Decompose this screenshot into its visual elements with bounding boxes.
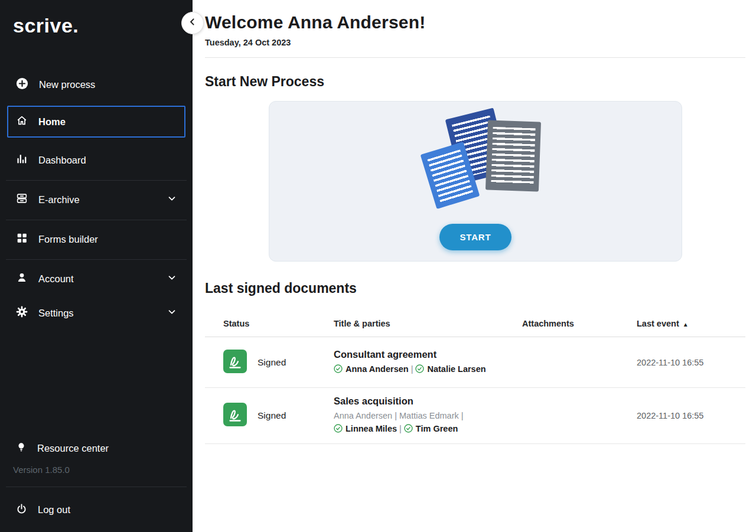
sort-ascending-icon: ▲ xyxy=(683,321,689,328)
archive-icon xyxy=(15,192,28,207)
divider xyxy=(205,57,745,58)
row-title: Consultant agreement xyxy=(334,349,522,360)
gear-icon xyxy=(15,305,28,321)
title-parties-cell: Consultant agreement Anna Andersen | Nat… xyxy=(334,349,522,376)
signed-badge-icon xyxy=(223,350,247,376)
chevron-down-icon xyxy=(167,306,177,319)
sidebar-item-account[interactable]: Account xyxy=(0,263,193,294)
sidebar-item-label: Account xyxy=(38,273,74,285)
sidebar-item-home[interactable]: Home xyxy=(7,106,185,138)
row-status-label: Signed xyxy=(258,410,286,421)
scrive-logo[interactable]: scrive. xyxy=(13,14,193,37)
row-parties: Anna Andersen | Mattias Edmark | Linnea … xyxy=(334,409,498,436)
sidebar-item-dashboard[interactable]: Dashboard xyxy=(0,145,193,175)
party-separator: | xyxy=(397,424,404,433)
row-last-event: 2022-11-10 16:55 xyxy=(637,358,734,367)
title-parties-cell: Sales acquisition Anna Andersen | Mattia… xyxy=(334,396,522,436)
row-title: Sales acquisition xyxy=(334,396,522,407)
chevron-down-icon xyxy=(167,193,177,206)
sidebar-item-label: Forms builder xyxy=(38,234,98,245)
party-separator: | xyxy=(392,411,399,420)
sidebar-item-forms-builder[interactable]: Forms builder xyxy=(0,224,193,254)
start-button[interactable]: START xyxy=(439,224,511,250)
table-row[interactable]: Signed Sales acquisition Anna Andersen |… xyxy=(205,388,745,444)
bar-chart-icon xyxy=(15,152,28,168)
sidebar-item-logout[interactable]: Log out xyxy=(0,494,193,525)
sidebar-item-e-archive[interactable]: E-archive xyxy=(0,184,193,215)
collapse-sidebar-button[interactable] xyxy=(181,12,204,34)
signed-badge-icon xyxy=(223,403,247,429)
column-header-attachments: Attachments xyxy=(522,319,637,328)
document-shape-gray xyxy=(485,120,541,191)
power-icon xyxy=(15,502,28,517)
divider xyxy=(6,487,187,487)
grid-icon xyxy=(15,231,28,247)
column-header-status: Status xyxy=(223,319,334,328)
sidebar: scrive. New process Home Dashboard xyxy=(0,0,193,532)
party-name: Tim Green xyxy=(404,424,458,433)
row-parties: Anna Andersen | Natalie Larsen xyxy=(334,363,498,376)
check-circle-icon xyxy=(334,364,343,373)
chevron-down-icon xyxy=(167,272,177,285)
person-icon xyxy=(15,271,28,286)
sidebar-item-label: Settings xyxy=(38,308,74,319)
divider xyxy=(6,220,187,220)
chevron-left-icon xyxy=(187,16,198,30)
party-separator: | xyxy=(409,364,416,374)
documents-illustration xyxy=(402,113,549,211)
sidebar-item-new-process[interactable]: New process xyxy=(0,69,193,100)
check-circle-icon xyxy=(334,424,343,433)
status-cell: Signed xyxy=(223,350,334,376)
check-circle-icon xyxy=(404,424,413,433)
sidebar-item-label: New process xyxy=(39,79,95,90)
table-header-row: Status Title & parties Attachments Last … xyxy=(205,312,745,337)
sidebar-nav: New process Home Dashboard E-archive xyxy=(0,69,193,328)
main-content: Welcome Anna Andersen! Tuesday, 24 Oct 2… xyxy=(193,0,756,532)
sidebar-item-label: E-archive xyxy=(38,194,80,205)
plus-circle-icon xyxy=(15,77,29,93)
page-title: Welcome Anna Andersen! xyxy=(205,0,745,32)
start-new-process-heading: Start New Process xyxy=(205,74,745,90)
sidebar-item-label: Home xyxy=(38,116,66,128)
party-name: Natalie Larsen xyxy=(415,364,485,374)
start-process-panel: START xyxy=(269,101,682,262)
column-header-title-parties: Title & parties xyxy=(334,319,522,328)
documents-table: Status Title & parties Attachments Last … xyxy=(205,312,745,444)
current-date: Tuesday, 24 Oct 2023 xyxy=(205,38,745,47)
sidebar-item-label: Resource center xyxy=(37,443,109,454)
documents-table-body: Signed Consultant agreement Anna Anderse… xyxy=(205,337,745,444)
lightbulb-icon xyxy=(15,441,27,455)
sidebar-bottom: Resource center Version 1.85.0 Log out xyxy=(0,433,193,532)
sidebar-item-label: Dashboard xyxy=(38,155,86,166)
party-name: Anna Andersen xyxy=(334,364,409,374)
status-cell: Signed xyxy=(223,403,334,429)
party-name: Anna Andersen xyxy=(334,411,392,420)
party-name: Mattias Edmark xyxy=(399,411,459,420)
sidebar-item-settings[interactable]: Settings xyxy=(0,298,193,328)
divider xyxy=(6,180,187,181)
sidebar-item-resource-center[interactable]: Resource center xyxy=(0,433,193,464)
column-header-last-event[interactable]: Last event▲ xyxy=(637,319,734,328)
divider xyxy=(6,259,187,260)
version-label: Version 1.85.0 xyxy=(13,465,193,475)
last-signed-heading: Last signed documents xyxy=(205,280,745,296)
home-icon xyxy=(15,114,28,129)
row-last-event: 2022-11-10 16:55 xyxy=(637,411,734,420)
table-row[interactable]: Signed Consultant agreement Anna Anderse… xyxy=(205,337,745,388)
party-separator: | xyxy=(459,411,464,420)
sidebar-item-label: Log out xyxy=(38,504,70,515)
party-name: Linnea Miles xyxy=(334,424,397,433)
row-status-label: Signed xyxy=(258,357,286,368)
check-circle-icon xyxy=(415,364,424,373)
